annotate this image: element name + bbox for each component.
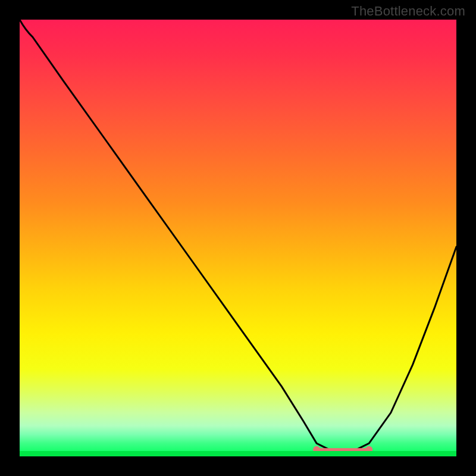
bottleneck-curve-svg [20, 20, 456, 456]
flat-segment-highlight [317, 449, 369, 456]
plot-area [20, 20, 456, 456]
bottleneck-curve-path [20, 20, 456, 452]
flat-segment-cap-right [365, 446, 372, 453]
watermark-text: TheBottleneck.com [351, 4, 465, 19]
flat-segment-cap-left [313, 446, 320, 453]
chart-frame: TheBottleneck.com [0, 0, 476, 476]
